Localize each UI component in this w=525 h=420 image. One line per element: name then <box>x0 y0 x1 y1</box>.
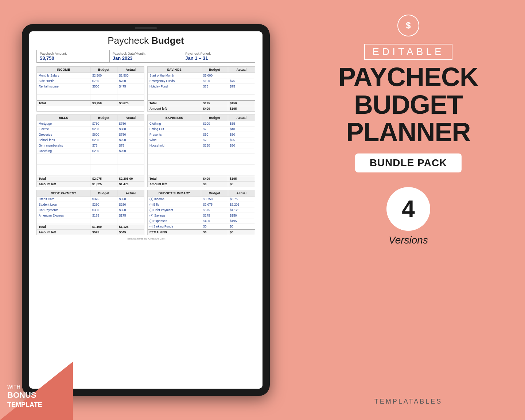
table-row: Groceries $600 $750 <box>37 132 144 137</box>
table-row: --- <box>37 95 144 100</box>
info-bar: Paycheck Amount: $3,750 Paycheck Date/Mo… <box>36 50 255 63</box>
table-row: (+) Savings $175 $150 <box>148 213 255 218</box>
info-paycheck-period: Paycheck Period: Jan 1 – 31 <box>182 50 255 62</box>
table-row: American Express $125 $175 <box>37 213 144 218</box>
bonus-text: BONUS <box>7 390 42 401</box>
table-row: Household $150 $50 <box>148 143 255 148</box>
table-row: (-) Sinking Funds $0 $0 <box>148 224 255 229</box>
bonus-label: WITH BONUS TEMPLATE <box>7 384 42 409</box>
table-row: Eating Out $75 $40 <box>148 127 255 132</box>
footer-note: Templatables by Creative Jam <box>36 237 255 240</box>
table-row: Presents $50 $50 <box>148 132 255 137</box>
expenses-amount-left: Amount left $0 $0 <box>148 181 255 187</box>
tablet-screen: Paycheck Budget Paycheck Amount: $3,750 … <box>29 31 262 389</box>
editable-label: EDITABLE <box>364 44 452 60</box>
income-total: Total $3,750 $3,675 <box>37 100 144 106</box>
table-row: Start of the Month $5,000 <box>148 73 255 78</box>
savings-total: Total $175 $150 <box>148 100 255 106</box>
table-row: Monthly Salary $2,500 $2,500 <box>37 73 144 78</box>
tablet: Paycheck Budget Paycheck Amount: $3,750 … <box>22 24 270 396</box>
income-header: INCOME Budget Actual <box>37 67 144 73</box>
right-panel: $ EDITABLE PAYCHECK BUDGET PLANNER BUNDL… <box>292 0 525 420</box>
expenses-section: EXPENSES Budget Actual Clothing $100 $65… <box>147 114 255 187</box>
table-row: --- <box>148 154 255 159</box>
debt-header: DEBT PAYMENT Budget Actual <box>37 190 144 197</box>
table-row: --- <box>148 95 255 100</box>
table-row: Electric $200 $880 <box>37 127 144 132</box>
summary-section: BUDGET SUMMARY Budget Actual (+) Income … <box>147 190 255 235</box>
bills-section: BILLS Budget Actual Mortgage $750 $750 E… <box>36 114 144 187</box>
dollar-circle-icon: $ <box>397 15 419 36</box>
expenses-total: Total $400 $195 <box>148 176 255 181</box>
versions-section: 4 Versions <box>386 187 430 246</box>
savings-section: SAVINGS Budget Actual Start of the Month… <box>147 66 255 112</box>
savings-amount-left: Amount left $400 $195 <box>148 106 255 111</box>
table-row: --- <box>37 165 144 170</box>
expenses-header: EXPENSES Budget Actual <box>148 115 255 121</box>
table-row: Holiday Fund $75 $75 <box>148 84 255 89</box>
table-row: --- <box>37 154 144 159</box>
bills-total: Total $2,075 $2,205.00 <box>37 176 144 181</box>
table-row: --- <box>37 218 144 224</box>
table-row: --- <box>148 165 255 170</box>
debt-section: DEBT PAYMENT Budget Actual Credit Card $… <box>36 190 144 235</box>
table-row: Student Loan $250 $250 <box>37 202 144 207</box>
versions-text: Versions <box>389 234 428 246</box>
table-row: Side Hustle $750 $700 <box>37 78 144 84</box>
table-row: Wine $25 $25 <box>148 137 255 143</box>
table-row: Gym membership $75 $75 <box>37 143 144 148</box>
summary-header: BUDGET SUMMARY Budget Actual <box>148 190 255 197</box>
table-row: (-) Debt Payment $575 $1,125 <box>148 207 255 213</box>
main-grid: INCOME Budget Actual Monthly Salary $2,5… <box>36 66 255 235</box>
title-line2: BUDGET <box>338 91 478 119</box>
table-row: --- <box>148 89 255 95</box>
bundle-pack-label: BUNDLE PACK <box>370 157 447 168</box>
bills-amount-left: Amount left $1,625 $1,470 <box>37 181 144 187</box>
versions-circle: 4 <box>386 187 430 231</box>
bills-header: BILLS Budget Actual <box>37 115 144 121</box>
table-row: Clothing $100 $65 <box>148 121 255 127</box>
table-row: --- <box>148 159 255 165</box>
table-row: Credit Card $375 $350 <box>37 197 144 202</box>
info-paycheck-date: Paycheck Date/Month: Jan 2023 <box>110 50 183 62</box>
sheet-title: Paycheck Budget <box>36 35 255 46</box>
table-row: --- <box>148 170 255 176</box>
debt-amount-left: Amount left $575 $345 <box>37 229 144 235</box>
table-row: Car Payments $350 $350 <box>37 207 144 213</box>
table-row: --- <box>148 148 255 154</box>
debt-total: Total $1,100 $1,125 <box>37 224 144 229</box>
table-row: Coaching $200 $200 <box>37 148 144 154</box>
brand-label: TEMPLATABLES <box>374 398 442 405</box>
table-row: (-) Expenses $400 $195 <box>148 218 255 224</box>
table-row: Rental Income $500 $475 <box>37 84 144 89</box>
bundle-pack-box: BUNDLE PACK <box>355 153 462 172</box>
table-row: --- <box>37 170 144 176</box>
table-row: School fees $250 $250 <box>37 137 144 143</box>
savings-header: SAVINGS Budget Actual <box>148 67 255 73</box>
income-section: INCOME Budget Actual Monthly Salary $2,5… <box>36 66 144 112</box>
table-row: (+) Income $3,750 $3,750 <box>148 197 255 202</box>
table-row: Emergency Funds $100 $75 <box>148 78 255 84</box>
title-line3: PLANNER <box>338 118 478 146</box>
info-paycheck-amount: Paycheck Amount: $3,750 <box>37 50 110 62</box>
table-row: (-) Bills $2,075 $2,205 <box>148 202 255 207</box>
table-row: --- <box>37 159 144 165</box>
with-text: WITH <box>7 384 42 390</box>
template-text: TEMPLATE <box>7 401 42 409</box>
summary-remaining: REMAINING $0 $0 <box>148 229 255 235</box>
table-row: Mortgage $750 $750 <box>37 121 144 127</box>
title-line1: PAYCHECK <box>338 63 478 91</box>
left-panel: WITH BONUS TEMPLATE Paycheck Budget Payc… <box>0 0 292 420</box>
big-title: PAYCHECK BUDGET PLANNER <box>338 63 478 146</box>
table-row: --- <box>37 89 144 95</box>
spreadsheet: Paycheck Budget Paycheck Amount: $3,750 … <box>29 31 262 389</box>
